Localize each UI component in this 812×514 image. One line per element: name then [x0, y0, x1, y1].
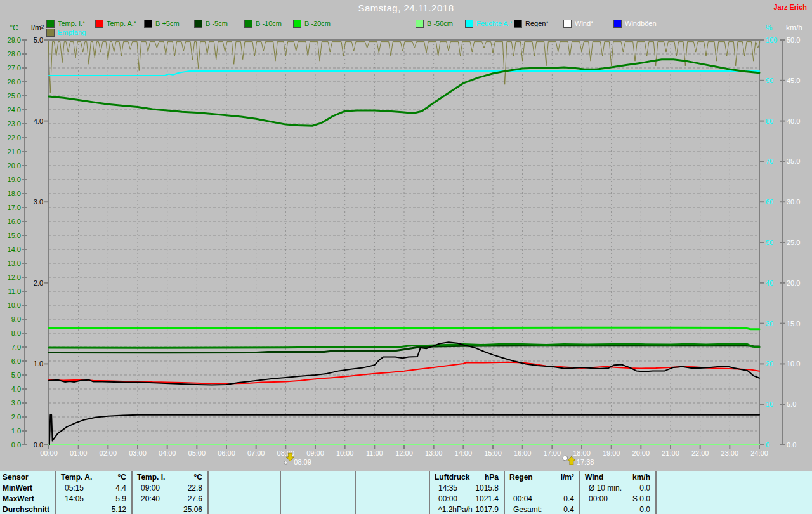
table-cell-value: 5.12	[56, 505, 126, 514]
wind-axis-unit: km/h	[786, 23, 802, 32]
table-cell-value: 22.8	[132, 484, 202, 492]
wind-tick-label: 40.0	[787, 117, 800, 125]
x-tick-label: 05:00	[188, 449, 206, 457]
series-b-20cm	[49, 327, 759, 329]
x-tick-label: 00:00	[40, 449, 58, 457]
temp-tick-label: 26.0	[8, 78, 21, 86]
temp-tick-label: 15.0	[8, 232, 21, 239]
x-tick-label: 17:00	[544, 449, 561, 457]
temp-tick-label: 23.0	[8, 120, 21, 128]
table-row-label: MaxWert	[3, 494, 34, 503]
table-row-label: MinWert	[3, 484, 32, 492]
x-tick-label: 21:00	[662, 449, 679, 457]
temp-tick-label: 14.0	[8, 246, 21, 253]
x-tick-label: 15:00	[484, 449, 502, 457]
temp-tick-label: 28.0	[8, 50, 21, 58]
table-row-label: Durchschnitt	[3, 505, 49, 514]
table-column-separator	[280, 471, 281, 514]
humidity-axis-unit: %	[766, 23, 773, 32]
wind-tick-label: 10.0	[787, 360, 800, 367]
humidity-tick-label: 10	[766, 400, 773, 408]
temp-tick-label: 4.0	[11, 385, 21, 393]
sunset-arrow-icon	[568, 456, 575, 465]
humidity-tick-label: 100	[766, 36, 777, 44]
humidity-axis: 1009080706050403020100%	[759, 23, 777, 449]
wind-tick-label: 20.0	[787, 279, 800, 287]
rain-tick-label: 0.0	[34, 441, 43, 449]
wind-axis: 50.045.040.035.030.025.020.015.010.05.00…	[780, 23, 802, 449]
table-cell-value: 0.4	[504, 494, 574, 503]
table-cell-value: 1017.9	[429, 505, 499, 514]
x-tick-label: 10:00	[336, 449, 354, 457]
wind-tick-label: 25.0	[787, 239, 800, 246]
series-temp-i-	[49, 60, 759, 126]
humidity-tick-label: 30	[766, 320, 773, 327]
temp-tick-label: 18.0	[8, 190, 21, 197]
x-tick-label: 16:00	[514, 449, 532, 457]
table-cell-value: 0.0	[580, 505, 650, 514]
humidity-tick-label: 40	[766, 279, 773, 287]
table-cell-value: 5.9	[56, 494, 126, 503]
temp-tick-label: 21.0	[8, 148, 21, 155]
table-header-unit: °C	[132, 473, 202, 482]
x-tick-label: 24:00	[750, 449, 768, 457]
rain-tick-label: 5.0	[34, 36, 43, 44]
humidity-tick-label: 0	[766, 441, 769, 449]
temp-tick-label: 9.0	[11, 315, 21, 323]
humidity-tick-label: 90	[766, 77, 773, 84]
temp-axis-unit: °C	[10, 23, 18, 32]
temp-tick-label: 12.0	[8, 273, 21, 281]
x-tick-label: 07:00	[247, 449, 265, 457]
temp-tick-label: 17.0	[8, 204, 21, 211]
x-tick-label: 01:00	[70, 449, 88, 457]
table-header-unit: km/h	[580, 473, 650, 482]
rain-tick-label: 1.0	[34, 360, 43, 367]
weather-station-dashboard: { "title": "Samstag, 24.11.2018", "user"…	[0, 0, 812, 514]
temp-tick-label: 6.0	[11, 357, 21, 365]
rain-tick-label: 3.0	[34, 198, 43, 206]
wind-tick-label: 5.0	[787, 400, 796, 408]
temp-tick-label: 27.0	[8, 64, 21, 72]
temp-tick-label: 5.0	[11, 371, 21, 379]
temp-tick-label: 25.0	[8, 92, 21, 100]
table-cell-value: 0.4	[504, 505, 574, 514]
x-tick-label: 22:00	[691, 449, 709, 457]
x-tick-label: 03:00	[129, 449, 147, 457]
weather-chart: 29.028.027.026.025.024.023.022.021.020.0…	[0, 0, 812, 471]
temp-tick-label: 13.0	[8, 260, 21, 267]
rain-axis-unit: l/m²	[31, 23, 44, 32]
temp-tick-label: 22.0	[8, 134, 21, 142]
rain-axis: 5.04.03.02.01.00.0l/m²	[31, 23, 49, 449]
x-tick-label: 02:00	[100, 449, 117, 457]
humidity-tick-label: 80	[766, 117, 773, 125]
humidity-tick-label: 70	[766, 157, 773, 165]
temp-tick-label: 7.0	[11, 343, 21, 351]
sunrise-time: 08:09	[294, 458, 311, 466]
sunset-moon-icon	[563, 456, 568, 461]
x-tick-label: 09:00	[306, 449, 324, 457]
temp-tick-label: 0.0	[11, 441, 21, 449]
x-tick-label: 19:00	[603, 449, 620, 457]
table-header-unit: hPa	[429, 473, 499, 482]
table-column-separator	[355, 471, 356, 514]
rain-tick-label: 4.0	[34, 117, 43, 125]
wind-tick-label: 0.0	[787, 441, 796, 449]
gridlines	[49, 40, 759, 445]
temp-tick-label: 8.0	[11, 329, 21, 337]
temp-tick-label: 20.0	[8, 162, 21, 169]
table-cell-value: S 0.0	[580, 494, 650, 503]
x-tick-label: 18:00	[573, 449, 591, 457]
x-tick-label: 06:00	[218, 449, 235, 457]
temp-tick-label: 24.0	[8, 106, 21, 114]
table-column-separator	[207, 471, 209, 514]
humidity-tick-label: 50	[766, 239, 773, 246]
x-axis: 00:0001:0002:0003:0004:0005:0006:0007:00…	[40, 445, 768, 457]
temp-tick-label: 19.0	[8, 176, 21, 183]
temp-tick-label: 3.0	[11, 399, 21, 407]
temp-tick-label: 29.0	[8, 36, 21, 44]
table-column-separator	[655, 471, 657, 514]
statistics-table: SensorMinWertMaxWertDurchschnittTemp. A.…	[0, 471, 812, 514]
table-cell-value: 4.4	[56, 484, 126, 492]
wind-tick-label: 50.0	[787, 36, 800, 44]
wind-tick-label: 45.0	[787, 77, 800, 84]
